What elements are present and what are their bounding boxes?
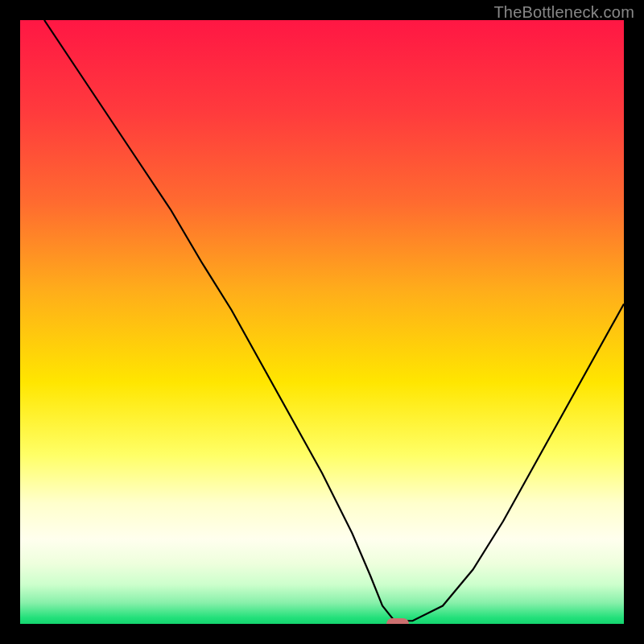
watermark-text: TheBottleneck.com bbox=[493, 3, 634, 22]
optimal-point-marker bbox=[386, 618, 409, 624]
gradient-background bbox=[20, 20, 624, 624]
bottleneck-chart bbox=[20, 20, 624, 624]
